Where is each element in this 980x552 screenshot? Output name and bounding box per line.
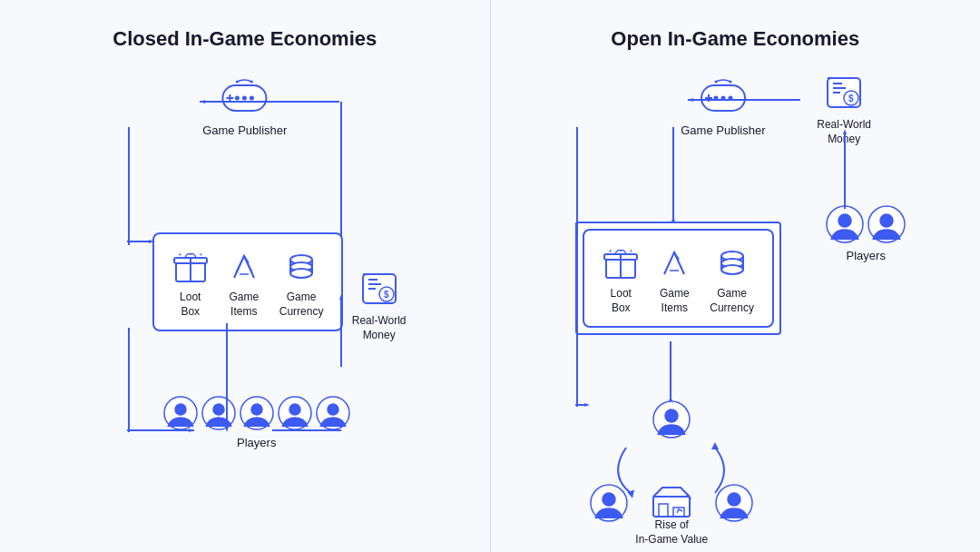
svg-point-54 <box>729 81 731 84</box>
closed-top-arrow <box>200 100 345 104</box>
game-currency-icon <box>284 249 318 283</box>
open-player-r2 <box>867 205 906 243</box>
svg-point-38 <box>213 404 224 415</box>
svg-point-7 <box>250 81 253 84</box>
open-game-currency-icon <box>715 245 750 280</box>
open-loot-box: + + LootBox <box>603 245 639 315</box>
closed-rwm-block: $ Real-WorldMoney <box>352 269 407 342</box>
player-avatar-1 <box>163 396 198 430</box>
open-game-items: GameItems <box>657 245 691 315</box>
open-left-to-market-arrow <box>575 403 590 407</box>
open-game-items-label: GameItems <box>660 287 690 315</box>
closed-players-block: Players <box>163 396 350 449</box>
closed-publisher-block: Game Publisher <box>202 78 287 137</box>
open-title: Open In-Game Economies <box>611 27 859 51</box>
svg-marker-94 <box>843 129 847 134</box>
open-players-to-rwm-arrow <box>843 129 847 209</box>
open-loot-box-icon: + + <box>603 245 639 280</box>
open-loot-box-label: LootBox <box>611 287 632 315</box>
svg-marker-46 <box>225 427 229 432</box>
svg-text:$: $ <box>848 94 854 104</box>
svg-text:+: + <box>629 247 633 255</box>
svg-point-6 <box>236 81 239 84</box>
open-items-down-arrow <box>669 341 672 405</box>
closed-game-currency: GameCurrency <box>279 249 324 319</box>
svg-marker-56 <box>688 98 693 102</box>
svg-text:+: + <box>199 251 203 259</box>
open-panel: Open In-Game Economies Game Publisher <box>491 0 981 552</box>
loot-box-icon: + + <box>172 249 209 283</box>
open-outer-frame: + + LootBox GameItems <box>575 222 781 335</box>
player-avatar-5 <box>316 396 350 430</box>
open-game-items-icon <box>657 245 691 280</box>
svg-point-90 <box>838 214 851 227</box>
open-players-right-row <box>826 205 906 243</box>
svg-marker-30 <box>339 294 343 300</box>
svg-point-80 <box>665 409 678 422</box>
player-avatar-2 <box>201 396 236 430</box>
open-rise-label: Rise ofIn-Game Value <box>635 518 708 547</box>
closed-down-line-to-players <box>127 328 131 432</box>
closed-loot-box: + + LootBox <box>172 249 209 319</box>
open-player-avatar-left <box>590 484 628 522</box>
open-players-bottom-row: Rise ofIn-Game Value <box>581 484 762 547</box>
closed-game-currency-label: GameCurrency <box>279 291 324 319</box>
svg-point-88 <box>728 493 740 506</box>
closed-items-to-players-arrow <box>225 323 229 432</box>
svg-point-76 <box>721 265 743 274</box>
svg-point-44 <box>328 404 338 415</box>
open-player-avatar-top <box>652 400 691 439</box>
closed-game-items: GameItems <box>227 249 261 319</box>
player-avatar-3 <box>240 396 274 430</box>
svg-point-85 <box>603 493 615 506</box>
svg-text:+: + <box>178 251 182 259</box>
open-players-right-label: Players <box>847 249 886 262</box>
svg-point-53 <box>714 81 717 84</box>
player-avatar-4 <box>278 396 312 430</box>
svg-text:$: $ <box>384 290 389 300</box>
closed-title: Closed In-Game Economies <box>113 27 377 51</box>
open-top-arrow-to-publisher <box>688 98 806 102</box>
real-world-money-icon: $ <box>359 269 399 309</box>
open-players-right-block: Players <box>826 205 906 262</box>
open-rise-block: Rise ofIn-Game Value <box>635 484 708 547</box>
rise-icon <box>652 484 691 518</box>
closed-players-row <box>163 396 350 430</box>
closed-rwm-label: Real-WorldMoney <box>352 314 407 342</box>
svg-point-42 <box>289 404 300 415</box>
open-marketplace-area: Rise ofIn-Game Value Direct or Third-Par… <box>581 400 762 552</box>
svg-marker-12 <box>200 100 205 104</box>
closed-game-items-label: GameItems <box>229 291 259 319</box>
svg-point-21 <box>290 269 312 278</box>
svg-marker-83 <box>711 442 719 449</box>
svg-point-40 <box>251 404 262 415</box>
closed-loot-box-label: LootBox <box>180 291 201 319</box>
open-game-currency: GameCurrency <box>710 245 754 315</box>
open-real-world-money-icon: $ <box>824 73 864 113</box>
game-controller-icon <box>220 78 270 120</box>
svg-marker-97 <box>584 403 590 407</box>
closed-publisher-label: Game Publisher <box>202 123 287 137</box>
game-items-icon <box>227 249 261 283</box>
svg-point-92 <box>880 214 893 227</box>
open-full-left-line <box>575 127 579 409</box>
open-player-avatar-right <box>715 484 753 522</box>
svg-point-36 <box>175 404 186 415</box>
open-player-r1 <box>826 205 864 243</box>
svg-text:+: + <box>608 247 612 255</box>
closed-panel: Closed In-Game Economies Game Publisher <box>0 0 490 552</box>
closed-players-label: Players <box>237 436 276 449</box>
closed-rwm-up-arrow <box>339 294 343 367</box>
open-pub-down-arrow <box>671 127 675 225</box>
open-game-currency-label: GameCurrency <box>710 287 754 315</box>
open-publisher-block: Game Publisher <box>681 78 765 137</box>
closed-items-box: + + LootBox GameItems <box>152 232 344 331</box>
open-publisher-label: Game Publisher <box>681 123 765 137</box>
closed-left-line <box>127 127 131 245</box>
closed-horiz-arrow-to-items <box>127 240 154 243</box>
